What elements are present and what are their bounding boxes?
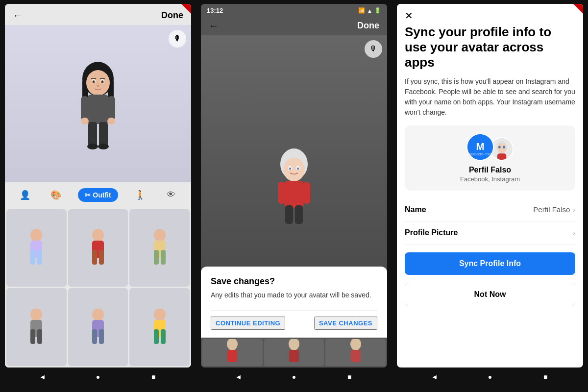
top-bar-1: ← Done [5, 4, 191, 25]
done-button-2[interactable]: Done [357, 21, 379, 31]
mic-icon-2: 🎙 [369, 45, 377, 53]
nav-bar-1: ◄ ● ■ [5, 368, 191, 388]
profile-preview: M malandia.com [405, 125, 575, 191]
tab-face[interactable]: 👤 [16, 186, 34, 204]
save-dialog-title: Save changes? [211, 276, 377, 287]
continue-editing-button[interactable]: CONTINUE EDITING [211, 317, 285, 330]
outfit-cell-2[interactable] [68, 209, 128, 287]
tab-color[interactable]: 🎨 [47, 186, 65, 204]
svg-rect-60 [289, 350, 299, 362]
svg-text:malandia.com: malandia.com [469, 151, 491, 156]
info-row-picture[interactable]: Profile Picture › [405, 221, 575, 245]
screenshots-container: ← Done 🎙 [0, 0, 588, 392]
mic-button-2[interactable]: 🎙 [365, 40, 382, 58]
svg-rect-26 [99, 250, 104, 265]
done-button-1[interactable]: Done [161, 10, 183, 21]
name-value-container: Perfil Falso › [533, 205, 575, 214]
nav-recent-3[interactable]: ■ [540, 371, 551, 382]
svg-rect-34 [37, 329, 42, 344]
screen2-avatar-bg: 🎙 [201, 35, 387, 338]
svg-rect-42 [161, 329, 166, 344]
phone-screen-2: 13:12 📶 ▲ 🔋 ← Done 🎙 [201, 4, 387, 368]
signal-icon: ▲ [367, 8, 372, 14]
svg-rect-63 [351, 350, 361, 362]
svg-rect-29 [154, 250, 159, 265]
tab-view[interactable]: 👁 [162, 186, 180, 204]
svg-rect-52 [303, 182, 310, 204]
nav-back-2[interactable]: ◄ [233, 371, 244, 382]
svg-rect-21 [30, 250, 35, 265]
svg-point-4 [86, 70, 110, 96]
outfit-cell-6[interactable] [129, 288, 190, 366]
nav-home-2[interactable]: ● [289, 371, 299, 382]
nav-back-3[interactable]: ◄ [429, 371, 440, 382]
status-icons: 📶 ▲ 🔋 [358, 7, 381, 14]
close-button-3[interactable]: ✕ [405, 11, 413, 21]
screen2-cell-1 [202, 339, 263, 366]
top-bar-2: ← Done [201, 16, 387, 35]
corner-decoration-3 [573, 4, 583, 14]
nav-back-1[interactable]: ◄ [37, 371, 48, 382]
status-time: 13:12 [207, 7, 223, 14]
screen3-subtitle: If you sync, this is how you'll appear o… [397, 76, 583, 125]
svg-rect-12 [107, 96, 115, 121]
profile-platforms: Facebook, Instagram [460, 175, 520, 183]
svg-point-27 [154, 229, 166, 242]
tab-pose[interactable]: 🚶 [131, 186, 149, 204]
svg-point-8 [101, 80, 104, 83]
svg-point-9 [97, 85, 99, 87]
save-changes-button[interactable]: SAVE CHANGES [314, 317, 377, 330]
screen2-grid [201, 338, 387, 368]
outfit-cell-3[interactable] [129, 209, 190, 287]
wifi-icon: 📶 [358, 7, 365, 14]
svg-rect-15 [88, 122, 97, 147]
mic-button-1[interactable]: 🎙 [169, 30, 186, 48]
phone-frame-1: ← Done 🎙 [0, 0, 196, 392]
svg-rect-22 [37, 250, 42, 265]
svg-point-69 [497, 143, 506, 153]
nav-bar-3: ◄ ● ■ [397, 368, 583, 388]
outfit-cell-5[interactable] [68, 288, 128, 366]
svg-rect-25 [92, 250, 97, 265]
nav-bar-2: ◄ ● ■ [201, 368, 387, 388]
tab-outfit-active[interactable]: ✂ Outfit [78, 188, 118, 202]
save-dialog-body: Any edits that you made to your avatar w… [211, 291, 377, 300]
svg-point-19 [30, 229, 42, 242]
outfit-tabs: 👤 🎨 ✂ Outfit 🚶 👁 [5, 182, 191, 208]
svg-rect-37 [92, 329, 97, 344]
screen3-title: Sync your profile info to use your avata… [397, 24, 583, 76]
svg-point-71 [503, 146, 505, 148]
nav-recent-1[interactable]: ■ [148, 371, 159, 382]
avatar-figure-1 [71, 54, 125, 152]
svg-point-45 [283, 158, 305, 181]
profile-avatar-row: M malandia.com [466, 133, 514, 161]
profile-name: Perfil Falso [469, 166, 511, 174]
outfit-cell-4[interactable] [6, 288, 67, 366]
svg-rect-50 [284, 181, 304, 208]
not-now-button[interactable]: Not Now [405, 283, 575, 306]
save-dialog: Save changes? Any edits that you made to… [201, 267, 387, 338]
svg-rect-30 [161, 250, 166, 265]
svg-rect-16 [99, 122, 108, 147]
nav-home-3[interactable]: ● [485, 371, 495, 382]
svg-point-70 [498, 146, 501, 148]
outfit-cell-1[interactable] [6, 209, 67, 287]
svg-rect-10 [87, 95, 109, 124]
phone-frame-2: 13:12 📶 ▲ 🔋 ← Done 🎙 [196, 0, 392, 392]
svg-point-18 [98, 144, 109, 149]
svg-point-17 [87, 144, 98, 149]
back-button-1[interactable]: ← [13, 10, 23, 21]
nav-home-1[interactable]: ● [93, 371, 103, 382]
outfit-grid-1 [5, 208, 191, 368]
phone-screen-1: ← Done 🎙 [5, 4, 191, 368]
svg-rect-54 [295, 205, 303, 224]
name-label: Name [405, 205, 426, 214]
top-bar-3: ✕ [397, 4, 583, 24]
nav-recent-2[interactable]: ■ [344, 371, 355, 382]
svg-point-48 [289, 167, 291, 170]
back-button-2[interactable]: ← [209, 20, 219, 31]
sync-profile-button[interactable]: Sync Profile Info [405, 252, 575, 275]
info-row-name[interactable]: Name Perfil Falso › [405, 198, 575, 221]
svg-rect-41 [154, 329, 159, 344]
svg-rect-38 [99, 329, 104, 344]
